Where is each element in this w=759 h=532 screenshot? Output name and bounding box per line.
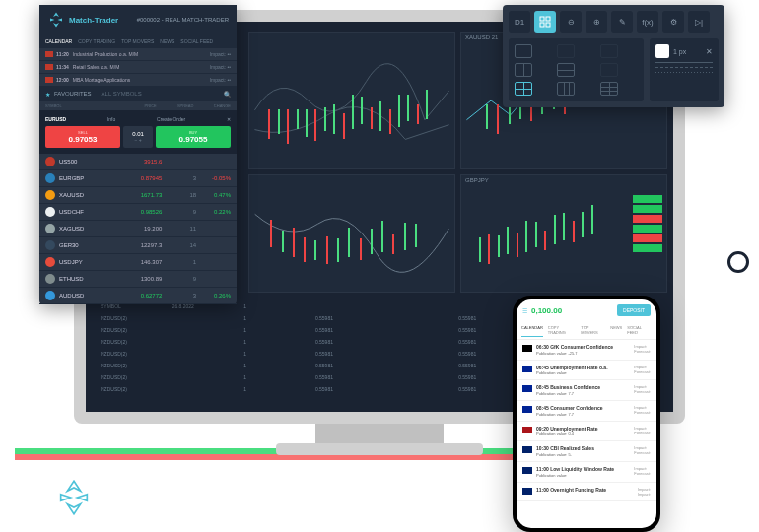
deposit-button[interactable]: DEPOSIT bbox=[617, 304, 651, 316]
next-button[interactable]: ▷| bbox=[688, 11, 710, 33]
symbol-name: GER30 bbox=[59, 242, 128, 248]
layout-opt-5[interactable] bbox=[557, 63, 575, 77]
favourites-label[interactable]: FAVOURITES bbox=[54, 91, 92, 98]
chart-panel-4[interactable]: GBPJPY bbox=[460, 174, 667, 293]
phone-calendar-list[interactable]: 06:30 GfK Consumer ConfidencePublication… bbox=[517, 340, 656, 528]
news-row[interactable]: 12:00MBA Mortage ApplicationsImpact: •• bbox=[39, 74, 237, 87]
symbol-row[interactable]: ETHUSD1300.899 bbox=[39, 271, 237, 288]
tab-top-movers[interactable]: TOP MOVERS bbox=[121, 38, 154, 44]
col-change: CHANGE bbox=[193, 103, 231, 108]
trade-pair: EURUSD bbox=[45, 116, 66, 122]
symbol-name: XAGUSD bbox=[59, 226, 128, 232]
close-style-icon[interactable]: ✕ bbox=[706, 47, 713, 56]
calendar-item[interactable]: 08:45 Business ConfidencePublication val… bbox=[517, 380, 656, 401]
calendar-item[interactable]: 09:20 Unemployment RatePublication value… bbox=[517, 422, 656, 442]
search-icon[interactable]: 🔍 bbox=[224, 91, 231, 98]
news-title: Industrial Production o.a. M/M bbox=[73, 51, 138, 57]
line-preview-dashed[interactable] bbox=[656, 67, 713, 68]
settings-button[interactable]: ⚙ bbox=[662, 11, 684, 33]
calendar-item[interactable]: 11:00 Overnight Funding RateImpact:Impac… bbox=[517, 483, 656, 501]
lot-stepper[interactable]: 0.01 − + bbox=[123, 126, 153, 148]
calendar-impact: Impact:Forecast: bbox=[634, 405, 651, 417]
calendar-item[interactable]: 11:00 Low Liquidity Window RatePublicati… bbox=[517, 462, 656, 483]
tab-news[interactable]: NEWS bbox=[160, 38, 174, 44]
symbol-spread: 9 bbox=[162, 209, 196, 215]
sell-button[interactable]: SELL 0.97053 bbox=[45, 126, 120, 148]
news-list: 11:20Industrial Production o.a. M/MImpac… bbox=[39, 48, 237, 87]
close-icon[interactable]: ✕ bbox=[227, 116, 231, 122]
symbol-icon bbox=[45, 173, 55, 183]
phone-tab-movers[interactable]: TOP MOVERS bbox=[581, 323, 605, 337]
watchlist-panel: Match-Trader #000002 - REAL MATCH-TRADER… bbox=[39, 5, 237, 304]
panel-header: Match-Trader #000002 - REAL MATCH-TRADER bbox=[39, 5, 237, 34]
logo-icon bbox=[47, 11, 65, 29]
calendar-item[interactable]: 06:45 Unemployment Rate o.a.Publication … bbox=[517, 361, 656, 381]
symbol-spread: 14 bbox=[162, 242, 196, 248]
chart-panel-1[interactable] bbox=[248, 32, 455, 169]
create-order-link[interactable]: Create Order bbox=[157, 116, 185, 122]
layout-opt-4[interactable] bbox=[515, 63, 532, 77]
layout-opt-2[interactable] bbox=[557, 44, 575, 58]
tab-calendar[interactable]: CALENDAR bbox=[45, 38, 72, 44]
symbol-row[interactable]: US5003915.6 bbox=[39, 154, 237, 170]
news-time: 12:00 bbox=[56, 77, 69, 83]
news-impact: Impact: •• bbox=[210, 64, 231, 70]
color-swatch[interactable] bbox=[656, 44, 669, 58]
layout-opt-7[interactable] bbox=[515, 82, 532, 96]
symbol-spread: 3 bbox=[162, 293, 196, 299]
symbol-row[interactable]: AUDUSD0.6277230.26% bbox=[39, 288, 237, 304]
phone-header: ☰ 0,100.00 DEPOSIT bbox=[517, 299, 656, 321]
layout-opt-3[interactable] bbox=[600, 44, 618, 58]
chart-panel-3[interactable] bbox=[248, 174, 455, 293]
buy-button[interactable]: BUY 0.97055 bbox=[156, 126, 231, 148]
lot-controls: − + bbox=[134, 137, 141, 143]
layout-opt-8[interactable] bbox=[557, 82, 575, 96]
symbol-price: 1300.89 bbox=[128, 276, 163, 282]
zoom-in-button[interactable]: ⊕ bbox=[586, 11, 607, 33]
tab-copy-trading[interactable]: COPY TRADING bbox=[78, 38, 115, 44]
indicators-button[interactable]: f(x) bbox=[637, 11, 658, 33]
zoom-out-button[interactable]: ⊖ bbox=[560, 11, 582, 33]
layout-button[interactable] bbox=[534, 11, 556, 33]
tab-social[interactable]: SOCIAL FEED bbox=[180, 38, 213, 44]
symbol-icon bbox=[45, 257, 55, 267]
symbol-row[interactable]: USDJPY146.3071 bbox=[39, 254, 237, 271]
symbol-row[interactable]: USDCHF0.9852690.22% bbox=[39, 204, 237, 221]
symbol-name: ETHUSD bbox=[59, 276, 128, 282]
calendar-impact: Impact:Impact: bbox=[638, 487, 651, 497]
calendar-item[interactable]: 08:45 Consumer ConfidencePublication val… bbox=[517, 401, 656, 422]
svg-rect-1 bbox=[546, 17, 550, 21]
phone-tab-social[interactable]: SOCIAL FEED bbox=[627, 323, 652, 337]
info-link[interactable]: Info bbox=[107, 116, 115, 122]
symbol-row[interactable]: XAGUSD19.20011 bbox=[39, 221, 237, 237]
layout-opt-1[interactable] bbox=[515, 44, 532, 58]
symbol-row[interactable]: GER3012297.314 bbox=[39, 237, 237, 254]
flag-icon bbox=[45, 64, 53, 70]
symbol-name: EURGBP bbox=[59, 175, 128, 181]
news-row[interactable]: 11:20Industrial Production o.a. M/MImpac… bbox=[39, 48, 237, 61]
account-label[interactable]: #000002 - REAL MATCH-TRADER bbox=[137, 17, 229, 23]
timeframe-d1-button[interactable]: D1 bbox=[509, 11, 530, 33]
calendar-impact: Impact:Forecast: bbox=[634, 445, 651, 457]
calendar-item[interactable]: 06:30 GfK Consumer ConfidencePublication… bbox=[517, 340, 656, 361]
line-preview-solid[interactable] bbox=[656, 62, 713, 63]
line-preview-dotted[interactable] bbox=[656, 72, 713, 73]
phone-tab-calendar[interactable]: CALENDAR bbox=[521, 323, 543, 337]
all-symbols-label[interactable]: ALL SYMBOLS bbox=[102, 91, 142, 98]
calendar-item[interactable]: 10:30 CBI Realized SalesPublication valu… bbox=[517, 441, 656, 462]
symbol-row[interactable]: XAUUSD1671.73180.47% bbox=[39, 187, 237, 204]
phone-tab-news[interactable]: NEWS bbox=[610, 323, 622, 337]
phone-tab-copy[interactable]: COPY TRADING bbox=[548, 323, 577, 337]
phone-menu-icon[interactable]: ☰ bbox=[522, 307, 527, 314]
trade-box: EURUSD Info Create Order ✕ SELL 0.97053 … bbox=[39, 110, 237, 154]
layout-opt-6[interactable] bbox=[600, 63, 618, 77]
draw-button[interactable]: ✎ bbox=[611, 11, 633, 33]
symbol-name: AUDUSD bbox=[59, 293, 128, 299]
mobile-phone: ☰ 0,100.00 DEPOSIT CALENDAR COPY TRADING… bbox=[513, 296, 660, 532]
symbol-row[interactable]: EURGBP0.879453-0.05% bbox=[39, 170, 237, 187]
col-symbol: SYMBOL bbox=[45, 103, 119, 108]
news-row[interactable]: 11:34Retail Sales o.a. M/MImpact: •• bbox=[39, 61, 237, 74]
line-width-label[interactable]: 1 px bbox=[673, 48, 686, 55]
layout-opt-9[interactable] bbox=[600, 82, 618, 96]
phone-screen: ☰ 0,100.00 DEPOSIT CALENDAR COPY TRADING… bbox=[517, 299, 656, 528]
